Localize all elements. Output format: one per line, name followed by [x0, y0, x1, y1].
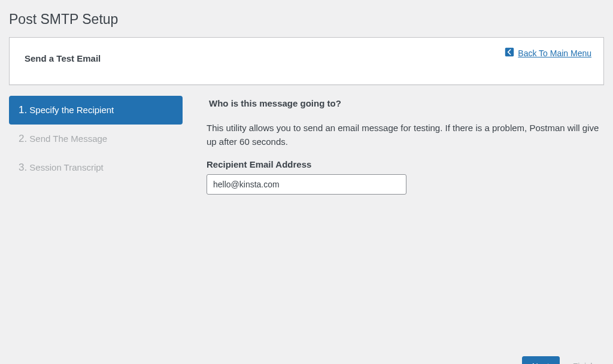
- header-card-title: Send a Test Email: [25, 53, 588, 63]
- back-to-main-menu-link[interactable]: Back To Main Menu: [505, 47, 591, 59]
- finish-button: Finish: [573, 362, 595, 364]
- step-label: Session Transcript: [29, 162, 103, 172]
- svg-rect-0: [505, 48, 514, 56]
- step-heading: Who is this message going to?: [207, 98, 604, 108]
- step-number: 1.: [19, 104, 27, 116]
- step-description: This utility allows you to send an email…: [207, 122, 604, 148]
- wizard-step-send[interactable]: 2. Send The Message: [9, 125, 183, 153]
- recipient-email-input[interactable]: [207, 174, 406, 195]
- wizard-content: Who is this message going to? This utili…: [207, 96, 604, 195]
- page-title: Post SMTP Setup: [9, 6, 604, 30]
- wizard-step-transcript[interactable]: 3. Session Transcript: [9, 153, 183, 182]
- arrow-left-icon: [505, 47, 514, 59]
- wizard-footer: Next Finish: [9, 356, 604, 364]
- step-label: Send The Message: [29, 134, 107, 144]
- next-button[interactable]: Next: [522, 356, 560, 364]
- recipient-field-label: Recipient Email Address: [207, 159, 604, 169]
- wizard-steps: 1. Specify the Recipient 2. Send The Mes…: [9, 96, 183, 195]
- step-number: 3.: [19, 162, 27, 173]
- header-card: Back To Main Menu Send a Test Email: [9, 37, 604, 85]
- step-label: Specify the Recipient: [29, 105, 114, 115]
- back-link-label: Back To Main Menu: [518, 48, 591, 58]
- step-number: 2.: [19, 133, 27, 144]
- wizard-step-recipient[interactable]: 1. Specify the Recipient: [9, 96, 183, 125]
